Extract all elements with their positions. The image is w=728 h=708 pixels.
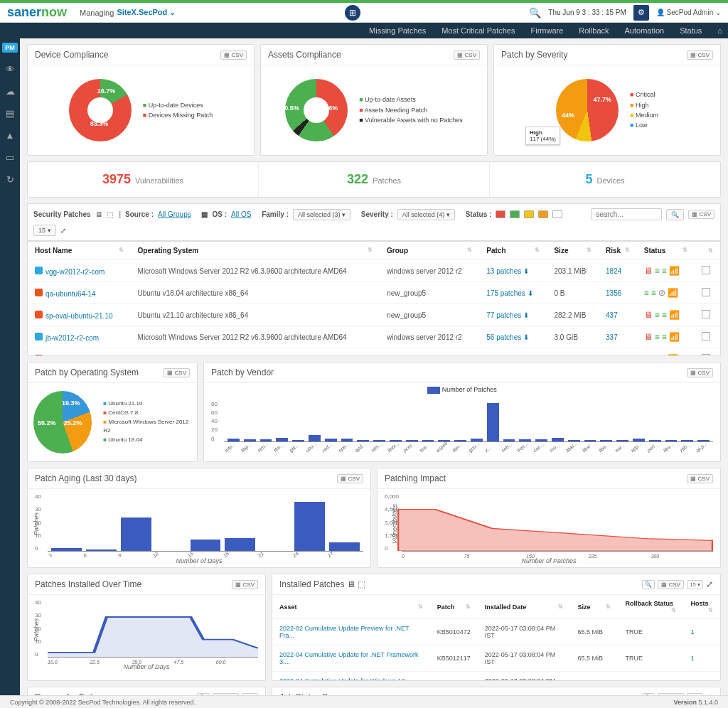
- status-filter-red[interactable]: [496, 210, 505, 218]
- sidebar-card-icon[interactable]: ▭: [6, 152, 14, 163]
- title-bar: sanernow Managing SiteX.SecPod ⌄ ⊞ 🔍 Thu…: [0, 3, 728, 23]
- legend: Up-to-date Devices Devices Missing Patch: [143, 100, 213, 121]
- sidebar-refresh-icon[interactable]: ↻: [6, 174, 14, 185]
- home-icon[interactable]: ⌂: [717, 26, 722, 35]
- monitor-icon[interactable]: 🖥: [347, 579, 355, 589]
- csv-button[interactable]: ▦ CSV: [337, 474, 363, 483]
- table-row[interactable]: 2022-04 Cumulative Update for .NET Frame…: [272, 645, 720, 672]
- csv-button[interactable]: ▦ CSV: [164, 368, 190, 377]
- table-row[interactable]: sp-oval-ubuntu-21.10Ubuntu v21.10 archit…: [28, 304, 720, 326]
- menu-missing-patches[interactable]: Missing Patches: [369, 26, 426, 35]
- panel-title: Patching Impact: [385, 473, 446, 483]
- sidebar-cloud-icon[interactable]: ☁: [6, 86, 15, 97]
- col-header[interactable]: Risk⇅: [599, 242, 637, 260]
- chart-tooltip: High117 (44%): [525, 127, 560, 145]
- stat-patches: 322Patches: [259, 162, 490, 197]
- status-filter-white[interactable]: [552, 210, 562, 218]
- panel-title: Installed Patches: [279, 579, 344, 589]
- menu-firmware[interactable]: Firmware: [530, 26, 563, 35]
- security-patches-table: Host Name⇅Operating System⇅Group⇅Patch⇅S…: [27, 241, 721, 356]
- table-row[interactable]: qa-ubuntu64-14Ubuntu v18.04 architecture…: [28, 282, 720, 304]
- os-link[interactable]: All OS: [231, 210, 251, 218]
- stat-devices: 5Devices: [490, 162, 720, 197]
- panel-title: Patch by Severity: [501, 50, 567, 60]
- page-size-select[interactable]: 15 ▾: [33, 225, 56, 236]
- donut-chart: 16.7% 83.3%: [69, 79, 132, 141]
- menu-status[interactable]: Status: [680, 26, 702, 35]
- donut-chart: 40.5% 55.6%: [285, 79, 348, 141]
- search-input[interactable]: [591, 208, 662, 220]
- col-header[interactable]: Status⇅: [637, 242, 695, 260]
- panel-title: Patches Installed Over Time: [35, 579, 141, 589]
- cube-icon[interactable]: ⬚: [358, 579, 365, 589]
- settings-icon[interactable]: ⚙: [633, 5, 649, 21]
- table-row[interactable]: 2022-02 Cumulative Update Preview for .N…: [272, 619, 720, 645]
- severity-select[interactable]: All selected (4) ▾: [397, 209, 455, 220]
- panel-patch-vendor: Patch by Vendor▦ CSV Number of Patches 8…: [203, 362, 721, 462]
- sidebar-alert-icon[interactable]: ▲: [6, 130, 15, 141]
- search-go[interactable]: 🔍: [666, 209, 684, 220]
- menu-most-critical[interactable]: Most Critical Patches: [441, 26, 515, 35]
- chevron-down-icon: ⌄: [169, 8, 176, 16]
- source-link[interactable]: All Groups: [158, 210, 191, 218]
- panel-patching-impact: Patching Impact▦ CSV 6,0004,5003,0001,50…: [377, 468, 721, 568]
- managing-label: Managing: [80, 9, 114, 17]
- sidebar: PM 👁 ☁ ▤ ▲ ▭ ↻: [0, 38, 20, 695]
- page-size-select[interactable]: 15 ▾: [687, 580, 703, 589]
- expand-icon[interactable]: ⤢: [60, 227, 66, 235]
- col-header[interactable]: Operating System⇅: [131, 242, 380, 260]
- site-dropdown[interactable]: SiteX.SecPod ⌄: [117, 8, 176, 17]
- panel-patch-aging: Patch Aging (Last 30 days)▦ CSV 40302010…: [27, 468, 371, 568]
- brand-logo: sanernow: [7, 5, 67, 20]
- panel-title: Patch Aging (Last 30 days): [35, 473, 136, 483]
- status-filter-orange[interactable]: [538, 210, 548, 218]
- csv-button[interactable]: ▦ CSV: [658, 580, 684, 589]
- sidebar-doc-icon[interactable]: ▤: [6, 108, 14, 119]
- csv-button[interactable]: ▦ CSV: [687, 50, 713, 60]
- csv-button[interactable]: ▦ CSV: [220, 50, 247, 60]
- csv-button[interactable]: ▦ CSV: [688, 210, 714, 219]
- menu-rollback[interactable]: Rollback: [579, 26, 609, 35]
- app-grid-icon[interactable]: ⊞: [345, 5, 360, 21]
- status-filter-yellow[interactable]: [524, 210, 534, 218]
- csv-button[interactable]: ▦ CSV: [687, 368, 713, 377]
- panel-title: Assets Compliance: [268, 50, 341, 60]
- filter-title: Security Patches: [33, 210, 91, 218]
- status-filter-green[interactable]: [510, 210, 520, 218]
- csv-button[interactable]: ▦ CSV: [232, 580, 258, 589]
- pie-chart: 47.7% 44%: [556, 79, 619, 141]
- table-row[interactable]: vgg-w2012-r2-comMicrosoft Windows Server…: [28, 260, 720, 282]
- panel-device-compliance: Device Compliance▦ CSV 16.7% 83.3% Up-to…: [27, 44, 255, 156]
- col-header[interactable]: Host Name⇅: [28, 242, 131, 260]
- panel-title: Device Compliance: [35, 50, 108, 60]
- cube-icon[interactable]: ⬚: [107, 210, 113, 218]
- stats-panel: 3975Vulnerabilities 322Patches 5Devices: [27, 161, 721, 198]
- panel-installed-over-time: Patches Installed Over Time▦ CSV 4030201…: [27, 574, 266, 681]
- family-select[interactable]: All selected (3) ▾: [293, 209, 350, 220]
- sidebar-pm[interactable]: PM: [2, 43, 18, 53]
- panel-assets-compliance: Assets Compliance▦ CSV 40.5% 55.6% Up-to…: [260, 44, 488, 156]
- menu-automation[interactable]: Automation: [625, 26, 665, 35]
- search-icon[interactable]: 🔍: [642, 580, 655, 589]
- pie-chart: 19.3% 25.2% 55.2%: [33, 391, 92, 454]
- panel-patch-severity: Patch by Severity▦ CSV 47.7% 44% High117…: [493, 44, 721, 156]
- user-dropdown[interactable]: 👤 SecPod Admin ⌄: [656, 9, 721, 16]
- csv-button[interactable]: ▦ CSV: [687, 474, 713, 483]
- csv-button[interactable]: ▦ CSV: [454, 50, 480, 60]
- col-header[interactable]: ⇅: [695, 242, 720, 260]
- legend: Up-to-date Assets Assets Needing Patch V…: [359, 95, 463, 125]
- col-header[interactable]: Patch⇅: [479, 242, 547, 260]
- col-header[interactable]: Size⇅: [547, 242, 599, 260]
- filter-bar: Security Patches 🖥 ⬚ | Source : All Grou…: [27, 203, 721, 241]
- monitor-icon[interactable]: 🖥: [95, 210, 102, 218]
- sidebar-eye-icon[interactable]: 👁: [6, 64, 15, 75]
- version: Version 5.1.4.0: [673, 699, 718, 706]
- table-row[interactable]: sp-centos-7-x64CentOS v7.8 architecture …: [28, 348, 720, 356]
- table-row[interactable]: 2022-04 Cumulative Update for Windows 10…: [272, 672, 720, 681]
- col-header[interactable]: Group⇅: [380, 242, 479, 260]
- expand-icon[interactable]: ⤢: [706, 579, 713, 589]
- panel-title: Patch by Vendor: [211, 368, 274, 377]
- panel-installed-patches: Installed Patches 🖥 ⬚ 🔍▦ CSV15 ▾⤢ Asset⇅…: [272, 574, 721, 681]
- search-icon[interactable]: 🔍: [529, 7, 541, 18]
- table-row[interactable]: jb-w2012-r2-comMicrosoft Windows Server …: [28, 326, 720, 348]
